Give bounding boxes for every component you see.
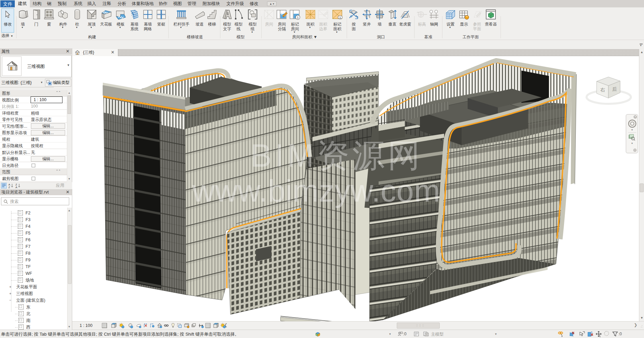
svg-text:www.bimzyw.com: www.bimzyw.com: [192, 173, 440, 208]
svg-text:Z: Z: [8, 186, 10, 188]
svg-text:右: 右: [600, 87, 605, 92]
svg-text:后: 后: [612, 86, 617, 92]
svg-text:BIM资源网: BIM资源网: [250, 137, 420, 173]
svg-text:A: A: [15, 186, 17, 188]
